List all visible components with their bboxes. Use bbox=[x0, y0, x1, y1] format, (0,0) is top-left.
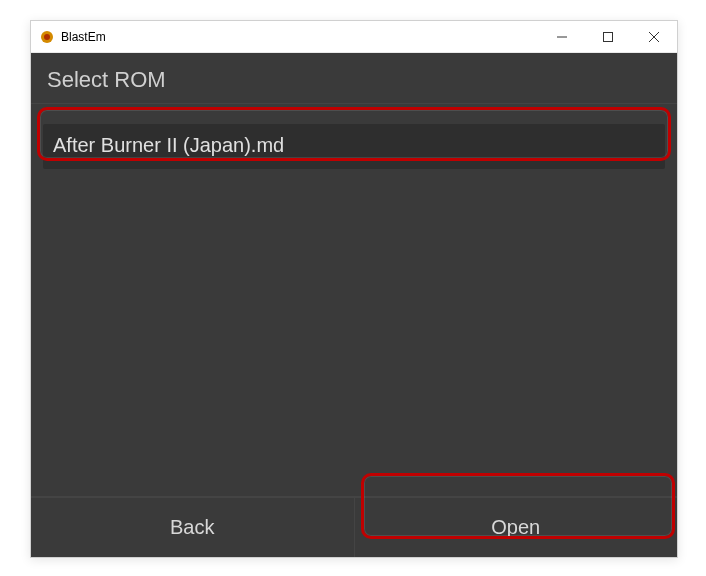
window-controls bbox=[539, 21, 677, 52]
minimize-button[interactable] bbox=[539, 21, 585, 52]
file-list-item[interactable]: After Burner II (Japan).md bbox=[43, 124, 665, 169]
file-list: After Burner II (Japan).md bbox=[31, 104, 677, 496]
page-title: Select ROM bbox=[31, 53, 677, 103]
back-button[interactable]: Back bbox=[31, 498, 354, 557]
maximize-button[interactable] bbox=[585, 21, 631, 52]
svg-point-1 bbox=[44, 34, 50, 40]
app-icon bbox=[39, 29, 55, 45]
titlebar: BlastEm bbox=[31, 21, 677, 53]
window-title: BlastEm bbox=[61, 30, 539, 44]
button-bar: Back Open bbox=[31, 497, 677, 557]
svg-rect-3 bbox=[604, 32, 613, 41]
open-button[interactable]: Open bbox=[354, 498, 678, 557]
client-area: Select ROM After Burner II (Japan).md Ba… bbox=[31, 53, 677, 557]
application-window: BlastEm Select ROM After Burner II (Japa… bbox=[30, 20, 678, 558]
close-button[interactable] bbox=[631, 21, 677, 52]
